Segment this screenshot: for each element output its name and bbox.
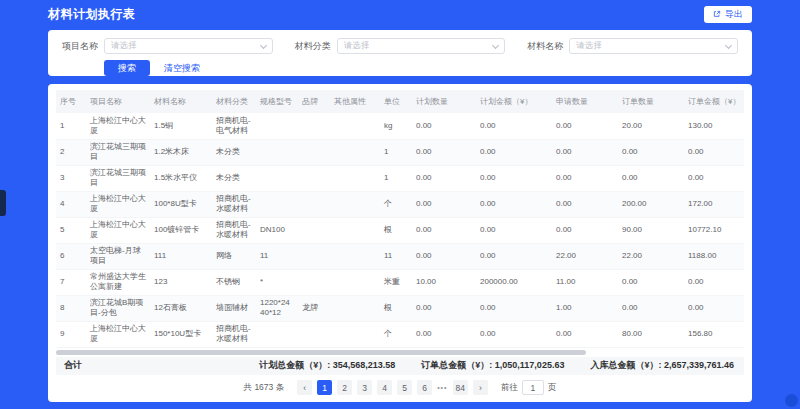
materials-table: 序号项目名称材料名称材料分类规格型号品牌其他属性单位计划数量计划金额（¥）申请数… [56, 90, 744, 348]
clear-search-button[interactable]: 清空搜索 [164, 62, 200, 75]
page-button[interactable]: 5 [397, 380, 412, 395]
table-cell: 根 [380, 295, 412, 321]
table-cell: 0.00 [476, 191, 552, 217]
table-cell [330, 321, 380, 347]
filter-group: 材料分类请选择 [295, 38, 506, 54]
filter-row: 项目名称请选择材料分类请选择材料名称请选择 [62, 38, 738, 54]
table-cell [256, 113, 298, 139]
table-cell: 招商机电-电气材料 [212, 113, 256, 139]
column-header: 规格型号 [256, 90, 298, 113]
table-wrap: 序号项目名称材料名称材料分类规格型号品牌其他属性单位计划数量计划金额（¥）申请数… [56, 90, 744, 348]
column-header: 序号 [56, 90, 86, 113]
table-cell: 个 [380, 191, 412, 217]
column-header: 品牌 [298, 90, 330, 113]
export-label: 导出 [725, 8, 743, 21]
page-button[interactable]: 4 [377, 380, 392, 395]
column-header: 计划金额（¥） [476, 90, 552, 113]
page-button[interactable]: 2 [337, 380, 352, 395]
table-cell: 1188.00 [684, 243, 744, 269]
table-cell: 0.00 [412, 243, 476, 269]
table-cell: DN100 [256, 217, 298, 243]
table-cell: 0.00 [412, 321, 476, 347]
table-cell: 0.00 [684, 165, 744, 191]
filter-actions: 搜索 清空搜索 [62, 60, 738, 76]
table-cell: 0.00 [552, 191, 618, 217]
table-cell: 11 [256, 243, 298, 269]
summary-value: 1,050,117,025.63 [495, 360, 565, 370]
table-cell [256, 165, 298, 191]
filter-placeholder: 请选择 [576, 40, 726, 52]
page-button[interactable]: 1 [317, 380, 332, 395]
table-cell: 7 [56, 269, 86, 295]
table-cell: 龙牌 [298, 295, 330, 321]
export-button[interactable]: 导出 [704, 6, 752, 23]
table-cell: 0.00 [476, 295, 552, 321]
table-row[interactable]: 7常州盛达大学生公寓新建123不锈钢*米重10.00200000.0011.00… [56, 269, 744, 295]
table-row[interactable]: 3滨江花城三期项目1.5米水平仪未分类10.000.000.000.000.00 [56, 165, 744, 191]
page-button[interactable]: 3 [357, 380, 372, 395]
page-button[interactable]: 6 [417, 380, 432, 395]
column-header: 单位 [380, 90, 412, 113]
floating-help-button[interactable] [785, 394, 798, 407]
table-cell [298, 243, 330, 269]
table-cell [330, 295, 380, 321]
table-cell [330, 217, 380, 243]
table-cell: 80.00 [618, 321, 684, 347]
table-cell: 0.00 [618, 139, 684, 165]
table-cell: 156.80 [684, 321, 744, 347]
filter-label: 项目名称 [62, 40, 98, 53]
sidebar-collapse-handle[interactable] [0, 190, 6, 216]
page-title: 材料计划执行表 [48, 6, 136, 23]
table-row[interactable]: 2滨江花城三期项目1.2米木床未分类10.000.000.000.000.00 [56, 139, 744, 165]
filter-group: 材料名称请选择 [527, 38, 738, 54]
filter-label: 材料分类 [295, 40, 331, 53]
horizontal-scrollbar-thumb[interactable] [56, 350, 586, 355]
table-cell: 招商机电-水暖材料 [212, 217, 256, 243]
filter-select[interactable]: 请选择 [104, 38, 273, 54]
goto-page-input[interactable] [522, 380, 544, 395]
table-row[interactable]: 9上海松江中心大厦150*10U型卡招商机电-水暖材料个0.000.000.00… [56, 321, 744, 347]
table-cell: 150*10U型卡 [150, 321, 212, 347]
table-row[interactable]: 4上海松江中心大厦100*8U型卡招商机电-水暖材料个0.000.000.002… [56, 191, 744, 217]
table-cell: 0.00 [412, 139, 476, 165]
filter-label: 材料名称 [527, 40, 563, 53]
column-header: 申请数量 [552, 90, 618, 113]
table-cell: 172.00 [684, 191, 744, 217]
filter-select[interactable]: 请选择 [337, 38, 506, 54]
column-header: 项目名称 [86, 90, 150, 113]
table-row[interactable]: 1上海松江中心大厦1.5铜招商机电-电气材料kg0.000.000.0020.0… [56, 113, 744, 139]
table-cell: 0.00 [618, 269, 684, 295]
table-cell: 0.00 [476, 217, 552, 243]
table-cell: 0.00 [552, 217, 618, 243]
summary-item: 入库总金额（¥）: 2,657,339,761.46 [590, 359, 734, 372]
table-cell: 6 [56, 243, 86, 269]
table-cell: 0.00 [552, 165, 618, 191]
table-cell: 100*8U型卡 [150, 191, 212, 217]
table-cell: 90.00 [618, 217, 684, 243]
prev-page-button[interactable]: ‹ [297, 380, 312, 395]
search-button[interactable]: 搜索 [104, 60, 150, 76]
table-row[interactable]: 5上海松江中心大厦100镀锌管卡招商机电-水暖材料DN100根0.000.000… [56, 217, 744, 243]
filter-select[interactable]: 请选择 [569, 38, 738, 54]
export-icon [713, 10, 721, 18]
next-page-button[interactable]: › [473, 380, 488, 395]
table-cell: 130.00 [684, 113, 744, 139]
table-cell: 12石膏板 [150, 295, 212, 321]
column-header: 材料分类 [212, 90, 256, 113]
column-header: 材料名称 [150, 90, 212, 113]
column-header: 计划数量 [412, 90, 476, 113]
table-cell: 3 [56, 165, 86, 191]
table-cell [298, 191, 330, 217]
table-cell: 0.00 [412, 191, 476, 217]
table-row[interactable]: 8滨江花城B期项目-分包12石膏板墙面辅材1220*2440*12龙牌根0.00… [56, 295, 744, 321]
table-body: 1上海松江中心大厦1.5铜招商机电-电气材料kg0.000.000.0020.0… [56, 113, 744, 347]
column-header: 订单金额（¥） [684, 90, 744, 113]
table-cell: 米重 [380, 269, 412, 295]
summary-label: 入库总金额（¥）: [590, 360, 664, 370]
table-cell [330, 139, 380, 165]
goto-label: 前往 [501, 382, 518, 394]
pagination: 共 1673 条 ‹ 123456•••84 › 前往 页 [56, 375, 744, 401]
summary-label: 计划总金额（¥）: [259, 360, 333, 370]
page-button[interactable]: 84 [453, 380, 468, 395]
table-row[interactable]: 6太空电梯-月球项目111网络11110.000.0022.0022.00118… [56, 243, 744, 269]
